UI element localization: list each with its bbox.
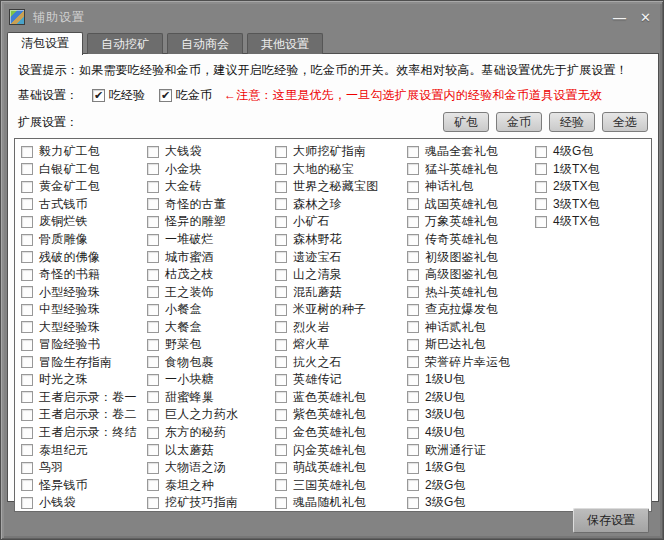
tab-auto-mining[interactable]: 自动挖矿 xyxy=(87,33,163,54)
item-checkbox[interactable]: 鸟羽 xyxy=(21,459,147,476)
checkbox-unchecked-icon[interactable] xyxy=(147,181,159,193)
item-checkbox[interactable]: 奇怪的书籍 xyxy=(21,266,147,283)
item-checkbox[interactable]: 1级G包 xyxy=(407,459,535,476)
item-checkbox[interactable]: 山之清泉 xyxy=(275,266,407,283)
tab-other-settings[interactable]: 其他设置 xyxy=(247,33,323,54)
checkbox-unchecked-icon[interactable] xyxy=(147,251,159,263)
checkbox-unchecked-icon[interactable] xyxy=(407,181,419,193)
checkbox-unchecked-icon[interactable] xyxy=(147,374,159,386)
item-checkbox[interactable]: 2级U包 xyxy=(407,389,535,406)
checkbox-unchecked-icon[interactable] xyxy=(147,216,159,228)
item-checkbox[interactable]: 甜蜜蜂巢 xyxy=(147,389,275,406)
checkbox-unchecked-icon[interactable] xyxy=(21,462,33,474)
item-checkbox[interactable]: 冒险经验书 xyxy=(21,336,147,353)
checkbox-unchecked-icon[interactable] xyxy=(407,391,419,403)
item-checkbox[interactable]: 遗迹宝石 xyxy=(275,249,407,266)
item-checkbox[interactable]: 混乱蘑菇 xyxy=(275,284,407,301)
checkbox-unchecked-icon[interactable] xyxy=(275,286,287,298)
checkbox-unchecked-icon[interactable] xyxy=(275,181,287,193)
checkbox-unchecked-icon[interactable] xyxy=(407,462,419,474)
item-checkbox[interactable]: 猛斗英雄礼包 xyxy=(407,161,535,178)
item-checkbox[interactable]: 时光之珠 xyxy=(21,371,147,388)
tab-clean-bag-settings[interactable]: 清包设置 xyxy=(7,32,83,55)
checkbox-unchecked-icon[interactable] xyxy=(407,321,419,333)
item-checkbox[interactable]: 传奇英雄礼包 xyxy=(407,231,535,248)
item-checkbox[interactable]: 森林野花 xyxy=(275,231,407,248)
item-checkbox[interactable]: 枯茂之枝 xyxy=(147,266,275,283)
item-checkbox[interactable]: 怪异钱币 xyxy=(21,477,147,494)
checkbox-unchecked-icon[interactable] xyxy=(21,444,33,456)
checkbox-unchecked-icon[interactable] xyxy=(407,216,419,228)
item-checkbox[interactable]: 小餐盒 xyxy=(147,301,275,318)
item-checkbox[interactable]: 3级TX包 xyxy=(535,196,651,213)
item-checkbox[interactable]: 王者启示录：卷一 xyxy=(21,389,147,406)
checkbox-unchecked-icon[interactable] xyxy=(147,497,159,509)
checkbox-unchecked-icon[interactable] xyxy=(147,462,159,474)
item-checkbox[interactable]: 万象英雄礼包 xyxy=(407,213,535,230)
checkbox-unchecked-icon[interactable] xyxy=(21,286,33,298)
checkbox-unchecked-icon[interactable] xyxy=(21,269,33,281)
checkbox-unchecked-icon[interactable] xyxy=(275,269,287,281)
checkbox-unchecked-icon[interactable] xyxy=(147,269,159,281)
checkbox-unchecked-icon[interactable] xyxy=(275,462,287,474)
checkbox-unchecked-icon[interactable] xyxy=(275,146,287,158)
checkbox-unchecked-icon[interactable] xyxy=(275,198,287,210)
checkbox-unchecked-icon[interactable] xyxy=(147,286,159,298)
item-checkbox[interactable]: 欧洲通行证 xyxy=(407,442,535,459)
checkbox-unchecked-icon[interactable] xyxy=(21,146,33,158)
checkbox-unchecked-icon[interactable] xyxy=(147,409,159,421)
checkbox-unchecked-icon[interactable] xyxy=(21,321,33,333)
checkbox-unchecked-icon[interactable] xyxy=(275,234,287,246)
item-checkbox[interactable]: 大物语之汤 xyxy=(147,459,275,476)
item-checkbox[interactable]: 热斗英雄礼包 xyxy=(407,284,535,301)
save-settings-button[interactable]: 保存设置 xyxy=(573,508,649,533)
item-checkbox[interactable]: 废铜烂铁 xyxy=(21,213,147,230)
item-checkbox[interactable]: 蓝色英雄礼包 xyxy=(275,389,407,406)
minimize-icon[interactable]: — xyxy=(613,11,626,24)
checkbox-unchecked-icon[interactable] xyxy=(407,444,419,456)
item-checkbox[interactable]: 小钱袋 xyxy=(21,494,147,511)
select-exp-button[interactable]: 经验 xyxy=(549,112,595,132)
checkbox-unchecked-icon[interactable] xyxy=(407,234,419,246)
checkbox-unchecked-icon[interactable] xyxy=(407,356,419,368)
checkbox-unchecked-icon[interactable] xyxy=(147,427,159,439)
checkbox-unchecked-icon[interactable] xyxy=(407,198,419,210)
item-checkbox[interactable]: 神话礼包 xyxy=(407,178,535,195)
checkbox-unchecked-icon[interactable] xyxy=(275,444,287,456)
item-checkbox[interactable]: 初级图鉴礼包 xyxy=(407,249,535,266)
item-checkbox[interactable]: 神话贰礼包 xyxy=(407,319,535,336)
checkbox-unchecked-icon[interactable] xyxy=(21,391,33,403)
item-checkbox[interactable]: 魂晶随机礼包 xyxy=(275,494,407,511)
checkbox-unchecked-icon[interactable] xyxy=(275,427,287,439)
item-checkbox[interactable]: 大金砖 xyxy=(147,178,275,195)
checkbox-checked-icon[interactable]: ✔ xyxy=(159,89,172,102)
checkbox-unchecked-icon[interactable] xyxy=(407,374,419,386)
select-mine-packs-button[interactable]: 矿包 xyxy=(443,112,489,132)
item-checkbox[interactable]: 米亚树的种子 xyxy=(275,301,407,318)
checkbox-unchecked-icon[interactable] xyxy=(275,321,287,333)
item-checkbox[interactable]: 高级图鉴礼包 xyxy=(407,266,535,283)
item-checkbox[interactable]: 怪异的雕塑 xyxy=(147,213,275,230)
checkbox-unchecked-icon[interactable] xyxy=(275,251,287,263)
item-checkbox[interactable]: 小矿石 xyxy=(275,213,407,230)
checkbox-unchecked-icon[interactable] xyxy=(21,304,33,316)
checkbox-unchecked-icon[interactable] xyxy=(407,479,419,491)
item-checkbox[interactable]: 中型经验珠 xyxy=(21,301,147,318)
eat-gold-checkbox[interactable]: ✔ 吃金币 xyxy=(159,87,212,104)
item-checkbox[interactable]: 毅力矿工包 xyxy=(21,143,147,160)
checkbox-unchecked-icon[interactable] xyxy=(407,409,419,421)
item-checkbox[interactable]: 4级G包 xyxy=(535,143,651,160)
checkbox-unchecked-icon[interactable] xyxy=(407,146,419,158)
checkbox-unchecked-icon[interactable] xyxy=(21,251,33,263)
item-checkbox[interactable]: 抗火之石 xyxy=(275,354,407,371)
item-checkbox[interactable]: 食物包裹 xyxy=(147,354,275,371)
checkbox-unchecked-icon[interactable] xyxy=(147,321,159,333)
checkbox-unchecked-icon[interactable] xyxy=(407,427,419,439)
checkbox-unchecked-icon[interactable] xyxy=(407,497,419,509)
item-checkbox[interactable]: 小金块 xyxy=(147,161,275,178)
item-checkbox[interactable]: 查克拉爆发包 xyxy=(407,301,535,318)
checkbox-unchecked-icon[interactable] xyxy=(147,391,159,403)
item-checkbox[interactable]: 王者启示录：终结 xyxy=(21,424,147,441)
item-checkbox[interactable]: 4级U包 xyxy=(407,424,535,441)
item-checkbox[interactable]: 城市蜜酒 xyxy=(147,249,275,266)
